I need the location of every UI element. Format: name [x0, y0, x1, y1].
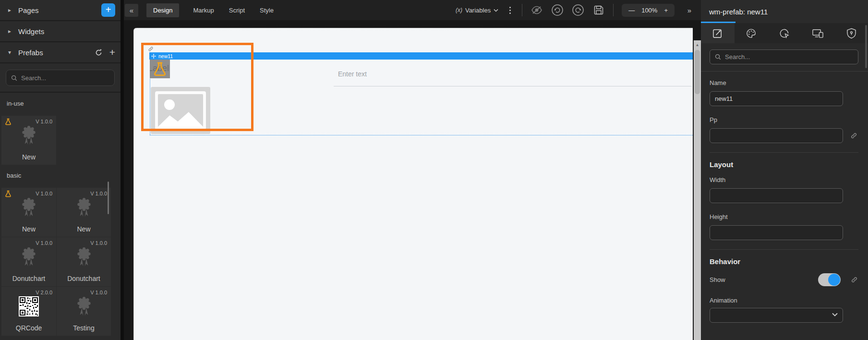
properties-panel-header: wm-prefab: new11 — [701, 0, 868, 23]
prefabs-label: Prefabs — [18, 49, 43, 57]
widgets-label: Widgets — [18, 27, 44, 36]
pointer-circle-icon — [779, 28, 790, 39]
refresh-icon[interactable] — [95, 49, 103, 57]
prefab-card-new-1[interactable]: V 1.0.0 New — [1, 188, 56, 237]
prefab-card-qrcode[interactable]: V 2.0.0 — [1, 287, 56, 336]
canvas-scrollbar[interactable]: ▲ — [694, 40, 701, 340]
behavior-heading: Behavior — [710, 257, 858, 266]
pencil-square-icon — [712, 28, 723, 39]
design-canvas: new11 Label — [124, 20, 701, 340]
group-label-basic: basic — [0, 165, 121, 179]
tab-style[interactable]: Style — [259, 3, 275, 17]
rosette-icon — [76, 296, 92, 316]
collapse-right-panel-button[interactable]: » — [683, 4, 696, 17]
add-page-button[interactable]: + — [101, 3, 115, 17]
prefab-card-testing[interactable]: V 1.0.0 Testing — [57, 287, 111, 336]
canvas-page[interactable]: new11 Label — [133, 28, 693, 340]
name-field[interactable] — [710, 91, 843, 106]
zoom-in-button[interactable]: + — [664, 7, 668, 14]
prefab-name: New — [1, 225, 56, 233]
canvas-text-input-widget[interactable]: Enter text — [334, 59, 692, 86]
save-icon[interactable] — [592, 4, 605, 16]
scroll-up-arrow[interactable]: ▲ — [694, 40, 701, 47]
empty-cell — [57, 116, 111, 165]
prefab-version: V 1.0.0 — [36, 240, 52, 246]
prefab-card-donutchart-1[interactable]: V 1.0.0 Donutchart — [1, 237, 56, 286]
sidebar-section-prefabs[interactable]: ▾ Prefabs + — [0, 42, 121, 63]
pp-field[interactable] — [710, 128, 843, 143]
chevron-down-icon — [832, 313, 838, 316]
sidebar-scrollbar-thumb[interactable] — [108, 182, 109, 214]
rosette-icon — [76, 247, 92, 267]
prefabs-tools: + — [95, 48, 115, 57]
mode-tabs: Design Markup Script Style — [146, 3, 275, 17]
prefab-card-new-2[interactable]: V 1.0.0 New — [57, 188, 111, 237]
prefab-version: V 1.0.0 — [90, 290, 107, 295]
prefab-card-donutchart-2[interactable]: V 1.0.0 Donutchart — [57, 237, 111, 286]
active-tab-indicator — [701, 22, 735, 23]
search-icon — [11, 75, 17, 81]
tab-script[interactable]: Script — [228, 3, 246, 17]
zoom-level: 100% — [641, 7, 657, 14]
zoom-out-button[interactable]: — — [628, 7, 635, 14]
animation-field-label: Animation — [710, 297, 858, 304]
rosette-icon — [21, 125, 37, 146]
properties-panel: wm-prefab: new11 — [701, 0, 868, 340]
prefab-card-new-inuse[interactable]: V 1.0.0 New — [1, 116, 56, 165]
tab-markup[interactable]: Markup — [192, 3, 215, 17]
bind-link-icon[interactable] — [850, 132, 858, 140]
prefab-version: V 1.0.0 — [90, 240, 107, 246]
flask-icon — [4, 118, 12, 126]
text-input-placeholder: Enter text — [338, 70, 367, 78]
tab-properties[interactable] — [701, 23, 735, 43]
add-prefab-icon[interactable]: + — [109, 48, 115, 57]
properties-tab-bar — [701, 23, 868, 43]
toggle-knob — [828, 274, 840, 286]
variables-label: Variables — [465, 7, 491, 14]
variables-dropdown[interactable]: (x) Variables — [456, 7, 498, 14]
tab-security[interactable] — [834, 23, 868, 43]
flask-icon — [4, 190, 12, 198]
wavemaker-studio: ▸ Pages + ▸ Widgets ▾ Prefabs + — [0, 0, 868, 340]
sidebar-section-pages[interactable]: ▸ Pages + — [0, 0, 121, 21]
properties-form: Name Pp Layout Width Height Behavior Sho… — [701, 79, 868, 323]
panel-scrollbar-thumb[interactable] — [865, 25, 867, 68]
tab-events[interactable] — [768, 23, 801, 43]
preview-hidden-icon[interactable] — [530, 4, 543, 16]
properties-search-input[interactable]: Search... — [710, 49, 858, 64]
pp-field-row — [710, 128, 858, 143]
height-field-label: Height — [710, 213, 858, 220]
tab-styles[interactable] — [735, 23, 768, 43]
redo-icon[interactable] — [572, 4, 584, 16]
search-placeholder: Search... — [725, 53, 750, 61]
prefab-name: New — [57, 225, 111, 233]
toolbar-right-group: (x) Variables — [456, 4, 696, 17]
width-field[interactable] — [710, 188, 843, 203]
prefab-version: V 1.0.0 — [90, 191, 107, 196]
name-field-label: Name — [710, 79, 858, 86]
show-toggle[interactable] — [818, 273, 841, 286]
canvas-scrollbar-thumb[interactable] — [695, 50, 700, 94]
bind-link-icon[interactable] — [850, 276, 858, 284]
prefab-search-input[interactable]: Search... — [6, 70, 115, 86]
show-field-label: Show — [710, 276, 725, 283]
sidebar-section-widgets[interactable]: ▸ Widgets — [0, 21, 121, 42]
section-divider — [710, 152, 858, 153]
zoom-control: — 100% + — [622, 4, 675, 17]
tab-devices[interactable] — [801, 23, 835, 43]
palette-icon — [746, 28, 757, 39]
animation-select[interactable] — [710, 308, 843, 323]
properties-search-wrap: Search... — [701, 43, 868, 72]
collapse-sidebar-button[interactable]: « — [125, 4, 138, 17]
rosette-icon — [76, 197, 92, 218]
more-options-button[interactable] — [506, 6, 514, 15]
pp-field-label: Pp — [710, 116, 858, 123]
chevron-right-icon: ▸ — [8, 7, 15, 13]
group-label-in-use: in-use — [0, 93, 121, 107]
height-field[interactable] — [710, 225, 843, 240]
undo-icon[interactable] — [551, 4, 564, 16]
shield-keyhole-icon — [846, 28, 856, 39]
prefab-version: V 1.0.0 — [36, 191, 52, 196]
tab-design[interactable]: Design — [146, 3, 179, 17]
prefab-name: New — [1, 153, 56, 161]
